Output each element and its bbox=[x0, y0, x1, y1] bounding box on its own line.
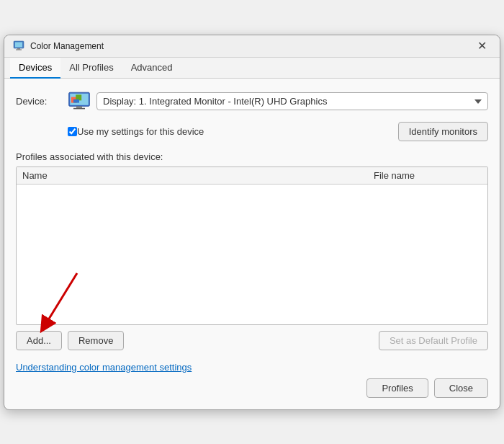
tab-content: Device: Display: 1. Integrated Monitor -… bbox=[4, 79, 500, 409]
set-default-button[interactable]: Set as Default Profile bbox=[379, 331, 488, 350]
svg-rect-2 bbox=[17, 48, 20, 50]
close-button[interactable]: Close bbox=[434, 378, 488, 398]
understanding-link[interactable]: Understanding color management settings bbox=[16, 362, 192, 373]
table-body bbox=[17, 185, 487, 318]
identify-monitors-button[interactable]: Identify monitors bbox=[398, 122, 488, 141]
window-title: Color Management bbox=[30, 41, 467, 51]
svg-rect-10 bbox=[73, 99, 79, 102]
profiles-button[interactable]: Profiles bbox=[366, 378, 428, 398]
checkbox-identify-row: Use my settings for this device Identify… bbox=[16, 122, 488, 141]
device-icon-group: Display: 1. Integrated Monitor - Intel(R… bbox=[68, 90, 488, 113]
tab-devices[interactable]: Devices bbox=[10, 58, 60, 79]
bottom-row: Profiles Close bbox=[16, 378, 488, 398]
bottom-buttons: Profiles Close bbox=[366, 378, 488, 398]
profiles-section-label: Profiles associated with this device: bbox=[16, 151, 488, 162]
device-dropdown[interactable]: Display: 1. Integrated Monitor - Intel(R… bbox=[96, 92, 488, 110]
device-label: Device: bbox=[16, 96, 59, 107]
svg-rect-7 bbox=[73, 107, 85, 109]
remove-button[interactable]: Remove bbox=[68, 331, 124, 350]
tab-all-profiles[interactable]: All Profiles bbox=[60, 58, 122, 79]
svg-rect-1 bbox=[15, 42, 22, 47]
use-settings-checkbox[interactable] bbox=[68, 127, 77, 136]
column-header-filename: File name bbox=[374, 170, 482, 181]
table-header: Name File name bbox=[17, 167, 487, 185]
column-header-name: Name bbox=[22, 170, 374, 181]
tab-bar: Devices All Profiles Advanced bbox=[4, 58, 500, 79]
svg-rect-6 bbox=[76, 106, 82, 107]
use-settings-label[interactable]: Use my settings for this device bbox=[77, 126, 204, 137]
profiles-table: Name File name bbox=[16, 166, 488, 325]
title-bar: Color Management ✕ bbox=[4, 35, 500, 58]
tab-advanced[interactable]: Advanced bbox=[122, 58, 181, 79]
monitor-icon bbox=[68, 90, 91, 113]
device-row: Device: Display: 1. Integrated Monitor -… bbox=[16, 90, 488, 113]
window-close-button[interactable]: ✕ bbox=[473, 40, 491, 52]
color-management-window: Color Management ✕ Devices All Profiles … bbox=[4, 35, 500, 410]
action-buttons-row: Add... Remove Set as Default Profile bbox=[16, 331, 488, 350]
app-icon bbox=[13, 40, 24, 52]
svg-rect-3 bbox=[16, 49, 22, 50]
add-button[interactable]: Add... bbox=[16, 331, 62, 350]
link-row: Understanding color management settings bbox=[16, 362, 488, 373]
